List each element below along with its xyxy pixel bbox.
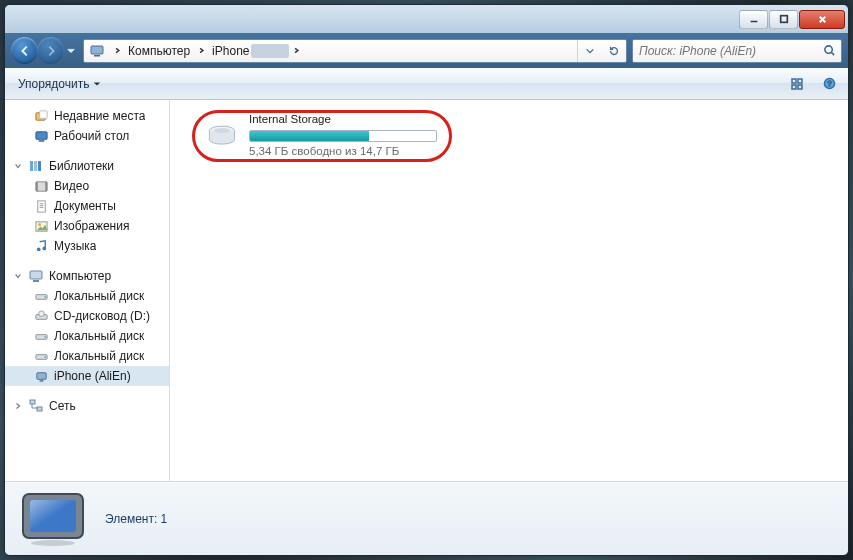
sidebar-item-local-disk[interactable]: Локальный диск — [5, 286, 169, 306]
svg-rect-12 — [35, 131, 46, 139]
svg-rect-19 — [45, 181, 47, 190]
storage-usage-bar — [249, 130, 437, 142]
device-large-icon — [17, 488, 89, 550]
maximize-button[interactable] — [769, 10, 798, 29]
refresh-button[interactable] — [602, 40, 626, 62]
svg-rect-13 — [38, 140, 44, 141]
sidebar-header-network[interactable]: Сеть — [5, 396, 169, 416]
desktop-icon — [33, 128, 49, 144]
svg-rect-43 — [30, 500, 76, 532]
breadcrumb-device-extra — [251, 44, 289, 58]
svg-point-24 — [42, 246, 46, 250]
svg-point-34 — [44, 356, 46, 358]
device-icon — [33, 368, 49, 384]
sidebar-item-videos[interactable]: Видео — [5, 176, 169, 196]
search-icon[interactable] — [818, 44, 841, 57]
storage-drive-card[interactable]: Internal Storage 5,34 ГБ свободно из 14,… — [192, 110, 452, 162]
svg-rect-20 — [37, 200, 45, 211]
search-input[interactable] — [633, 44, 818, 58]
details-count: Элемент: 1 — [105, 512, 167, 526]
toolbar: Упорядочить ? — [5, 68, 848, 100]
organize-button[interactable]: Упорядочить — [11, 73, 108, 95]
svg-rect-5 — [798, 79, 802, 83]
svg-rect-11 — [39, 110, 47, 118]
sidebar-header-computer[interactable]: Компьютер — [5, 266, 169, 286]
svg-rect-25 — [30, 271, 42, 279]
music-icon — [33, 238, 49, 254]
back-button[interactable] — [11, 37, 38, 64]
computer-icon — [28, 268, 44, 284]
address-bar[interactable]: Компьютер iPhone — [83, 39, 627, 63]
minimize-button[interactable] — [739, 10, 768, 29]
sidebar-item-local-disk[interactable]: Локальный диск — [5, 346, 169, 366]
sidebar-item-pictures[interactable]: Изображения — [5, 216, 169, 236]
hard-drive-icon — [33, 328, 49, 344]
breadcrumb-device[interactable]: iPhone — [208, 40, 253, 62]
svg-rect-14 — [30, 161, 33, 171]
navigation-bar: Компьютер iPhone — [5, 33, 848, 68]
sidebar-item-recent[interactable]: Недавние места — [5, 106, 169, 126]
video-icon — [33, 178, 49, 194]
device-icon — [86, 40, 108, 62]
view-options-button[interactable] — [784, 72, 810, 96]
sidebar-item-documents[interactable]: Документы — [5, 196, 169, 216]
svg-rect-37 — [30, 400, 35, 404]
organize-label: Упорядочить — [18, 77, 89, 91]
documents-icon — [33, 198, 49, 214]
sidebar-item-music[interactable]: Музыка — [5, 236, 169, 256]
svg-rect-2 — [94, 55, 100, 57]
svg-rect-15 — [34, 161, 37, 171]
svg-point-28 — [44, 296, 46, 298]
help-button[interactable]: ? — [816, 72, 842, 96]
svg-rect-36 — [39, 380, 43, 381]
forward-button[interactable] — [37, 37, 64, 64]
svg-rect-26 — [33, 280, 39, 282]
svg-rect-6 — [792, 85, 796, 89]
search-box[interactable] — [632, 39, 842, 63]
svg-point-3 — [825, 46, 832, 53]
breadcrumb-chevron[interactable] — [289, 40, 303, 62]
sidebar-header-libraries[interactable]: Библиотеки — [5, 156, 169, 176]
details-pane: Элемент: 1 — [5, 481, 848, 555]
address-history-button[interactable] — [578, 40, 602, 62]
svg-rect-18 — [35, 181, 37, 190]
svg-point-32 — [44, 336, 46, 338]
titlebar — [5, 5, 848, 33]
libraries-icon — [28, 158, 44, 174]
svg-rect-16 — [38, 161, 41, 171]
content-area: Internal Storage 5,34 ГБ свободно из 14,… — [170, 100, 848, 481]
svg-rect-35 — [36, 372, 45, 379]
pictures-icon — [33, 218, 49, 234]
expander-icon — [13, 162, 23, 170]
hard-drive-icon — [33, 348, 49, 364]
svg-point-40 — [214, 128, 230, 133]
breadcrumb-chevron[interactable] — [110, 40, 124, 62]
sidebar-item-desktop[interactable]: Рабочий стол — [5, 126, 169, 146]
navigation-tree: Недавние места Рабочий стол — [5, 100, 170, 481]
explorer-window: Компьютер iPhone — [4, 4, 849, 556]
breadcrumb-root[interactable]: Компьютер — [124, 40, 194, 62]
recent-places-icon — [33, 108, 49, 124]
storage-free-text: 5,34 ГБ свободно из 14,7 ГБ — [249, 145, 437, 159]
close-button[interactable] — [799, 10, 845, 29]
history-dropdown-button[interactable] — [63, 37, 78, 64]
svg-point-23 — [36, 247, 40, 251]
expander-icon — [13, 402, 23, 410]
sidebar-item-cd-drive[interactable]: CD-дисковод (D:) — [5, 306, 169, 326]
svg-rect-4 — [792, 79, 796, 83]
svg-point-30 — [38, 310, 44, 316]
internal-storage-icon — [203, 117, 241, 155]
sidebar-item-local-disk[interactable]: Локальный диск — [5, 326, 169, 346]
storage-name: Internal Storage — [249, 113, 437, 127]
expander-icon — [13, 272, 23, 280]
svg-rect-7 — [798, 85, 802, 89]
svg-text:?: ? — [827, 79, 831, 88]
breadcrumb-chevron[interactable] — [194, 40, 208, 62]
storage-usage-fill — [250, 131, 369, 141]
hard-drive-icon — [33, 288, 49, 304]
sidebar-item-iphone[interactable]: iPhone (AliEn) — [5, 366, 169, 386]
svg-rect-0 — [780, 16, 787, 23]
svg-point-22 — [38, 223, 41, 226]
cd-drive-icon — [33, 308, 49, 324]
svg-point-44 — [31, 540, 75, 546]
